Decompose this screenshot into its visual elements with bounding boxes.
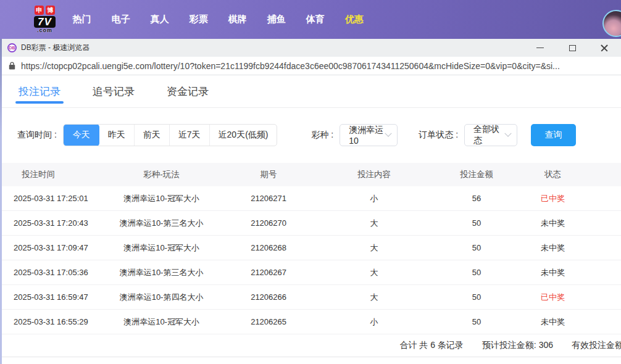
lottery-filter-label: 彩种 : bbox=[311, 130, 333, 141]
page-content: 投注记录追号记录资金记录 查询时间 : 今天昨天前天近7天近20天(低频) 彩种… bbox=[0, 75, 621, 364]
summary-total: 合计 共 6 条记录 bbox=[399, 340, 463, 351]
order-status-label: 订单状态 : bbox=[419, 130, 458, 141]
chevron-down-icon bbox=[385, 130, 392, 137]
cell-issue: 21206268 bbox=[217, 243, 320, 252]
cell-game: 澳洲幸运10-冠军大小 bbox=[106, 193, 217, 204]
close-button[interactable] bbox=[596, 40, 612, 56]
cell-content: 小 bbox=[320, 316, 428, 328]
cell-status: 未中奖 bbox=[525, 218, 621, 229]
nav-item-5[interactable]: 捕鱼 bbox=[267, 14, 286, 25]
summary-row: 合计 共 6 条记录 预计投注金额: 306 有效投注金额 bbox=[0, 334, 621, 357]
browser-title-bar: DB DB彩票 - 极速浏览器 bbox=[0, 39, 621, 57]
browser-favicon-icon: DB bbox=[7, 43, 17, 52]
table-body: 2025-03-31 17:25:01澳洲幸运10-冠军大小21206271小5… bbox=[0, 186, 621, 334]
column-header-5: 状态 bbox=[525, 169, 621, 180]
cell-amount: 50 bbox=[428, 317, 525, 326]
nav-item-3[interactable]: 彩票 bbox=[190, 14, 208, 25]
table-row[interactable]: 2025-03-31 17:05:36澳洲幸运10-第三名大小21206267大… bbox=[0, 260, 621, 285]
column-header-3: 投注内容 bbox=[320, 169, 428, 180]
cell-status: 未中奖 bbox=[525, 316, 621, 328]
filter-row: 查询时间 : 今天昨天前天近7天近20天(低频) 彩种 : 澳洲幸运10 订单状… bbox=[0, 124, 621, 146]
time-filter-label: 查询时间 : bbox=[17, 130, 57, 141]
column-header-1: 彩种-玩法 bbox=[106, 169, 217, 180]
cell-time: 2025-03-31 16:59:47 bbox=[0, 292, 106, 302]
cell-status: 已中奖 bbox=[525, 292, 621, 303]
time-option-2[interactable]: 前天 bbox=[134, 124, 169, 146]
table-row[interactable]: 2025-03-31 17:25:01澳洲幸运10-冠军大小21206271小5… bbox=[0, 186, 621, 211]
lock-icon bbox=[9, 62, 15, 70]
tab-0[interactable]: 投注记录 bbox=[19, 75, 60, 107]
url-text: https://ctopcp02pcali.uengi5e.com/lotter… bbox=[21, 61, 560, 71]
cell-game: 澳洲幸运10-第四名大小 bbox=[106, 292, 217, 303]
cell-time: 2025-03-31 17:09:47 bbox=[0, 243, 106, 252]
close-icon bbox=[601, 44, 608, 52]
search-button[interactable]: 查询 bbox=[531, 124, 576, 146]
order-status-select[interactable]: 全部状态 bbox=[464, 124, 517, 146]
cell-issue: 21206270 bbox=[217, 218, 320, 228]
table-row[interactable]: 2025-03-31 17:20:43澳洲幸运10-第三名大小21206270大… bbox=[0, 211, 621, 236]
cell-content: 大 bbox=[320, 218, 428, 229]
tab-1[interactable]: 追号记录 bbox=[93, 75, 135, 107]
site-logo[interactable]: 申 博 7V .com bbox=[34, 6, 56, 33]
cell-game: 澳洲幸运10-第三名大小 bbox=[106, 218, 217, 229]
cell-issue: 21206271 bbox=[217, 194, 320, 203]
cell-amount: 50 bbox=[428, 292, 525, 302]
summary-expected-amount: 预计投注金额: 306 bbox=[482, 340, 553, 351]
cell-content: 大 bbox=[320, 267, 428, 278]
nav-item-1[interactable]: 电子 bbox=[112, 14, 130, 25]
cell-issue: 21206265 bbox=[217, 317, 320, 326]
column-header-0: 投注时间 bbox=[0, 169, 106, 180]
cell-content: 大 bbox=[320, 242, 428, 254]
minimize-button[interactable] bbox=[532, 40, 548, 56]
time-option-1[interactable]: 昨天 bbox=[99, 124, 134, 146]
tabs-row: 投注记录追号记录资金记录 bbox=[0, 75, 621, 108]
logo-sub-text: .com bbox=[37, 27, 52, 33]
cell-status: 未中奖 bbox=[525, 242, 621, 254]
cell-time: 2025-03-31 17:25:01 bbox=[0, 194, 106, 203]
column-header-2: 期号 bbox=[217, 169, 320, 180]
url-bar[interactable]: https://ctopcp02pcali.uengi5e.com/lotter… bbox=[0, 57, 621, 75]
user-avatar[interactable] bbox=[602, 10, 621, 37]
cell-game: 澳洲幸运10-第三名大小 bbox=[106, 267, 217, 278]
time-option-3[interactable]: 近7天 bbox=[169, 124, 209, 146]
cell-issue: 21206267 bbox=[217, 268, 320, 277]
logo-main-text: 7V bbox=[34, 16, 56, 28]
cell-content: 小 bbox=[320, 193, 428, 204]
maximize-button[interactable] bbox=[564, 40, 580, 56]
chevron-down-icon bbox=[504, 130, 511, 137]
cell-issue: 21206266 bbox=[217, 292, 320, 302]
cell-status: 已中奖 bbox=[525, 193, 621, 204]
cell-amount: 50 bbox=[428, 268, 525, 277]
table-header-row: 投注时间彩种-玩法期号投注内容投注金额状态 bbox=[0, 163, 621, 186]
window-controls bbox=[532, 39, 616, 57]
nav-item-7[interactable]: 优惠 bbox=[345, 14, 364, 25]
minimize-icon bbox=[536, 48, 544, 48]
tab-2[interactable]: 资金记录 bbox=[167, 75, 209, 107]
cell-content: 大 bbox=[320, 292, 428, 303]
column-header-4: 投注金额 bbox=[428, 169, 525, 180]
logo-badge-bo: 博 bbox=[46, 6, 55, 15]
logo-badges: 申 博 bbox=[35, 6, 55, 15]
table-row[interactable]: 2025-03-31 16:55:29澳洲幸运10-冠军大小21206265小5… bbox=[0, 310, 621, 334]
time-option-0[interactable]: 今天 bbox=[64, 124, 99, 146]
cell-amount: 50 bbox=[428, 243, 525, 252]
cell-amount: 50 bbox=[428, 218, 525, 228]
summary-valid-amount: 有效投注金额 bbox=[572, 340, 621, 351]
cell-amount: 56 bbox=[428, 194, 525, 203]
nav-item-0[interactable]: 热门 bbox=[73, 14, 91, 25]
nav-item-2[interactable]: 真人 bbox=[151, 14, 169, 25]
time-option-4[interactable]: 近20天(低频) bbox=[209, 124, 277, 146]
logo-badge-shen: 申 bbox=[35, 6, 44, 15]
lottery-select[interactable]: 澳洲幸运10 bbox=[340, 124, 398, 146]
cell-status: 未中奖 bbox=[525, 267, 621, 278]
table-row[interactable]: 2025-03-31 16:59:47澳洲幸运10-第四名大小21206266大… bbox=[0, 285, 621, 310]
window-edge bbox=[0, 39, 2, 364]
nav-item-6[interactable]: 体育 bbox=[306, 14, 325, 25]
window-title: DB彩票 - 极速浏览器 bbox=[21, 43, 90, 53]
lottery-select-value: 澳洲幸运10 bbox=[349, 125, 386, 146]
nav-item-4[interactable]: 棋牌 bbox=[228, 14, 247, 25]
table-row[interactable]: 2025-03-31 17:09:47澳洲幸运10-冠军大小21206268大5… bbox=[0, 236, 621, 260]
maximize-icon bbox=[569, 45, 576, 51]
order-status-value: 全部状态 bbox=[473, 124, 506, 146]
time-filter-group: 今天昨天前天近7天近20天(低频) bbox=[63, 124, 278, 146]
